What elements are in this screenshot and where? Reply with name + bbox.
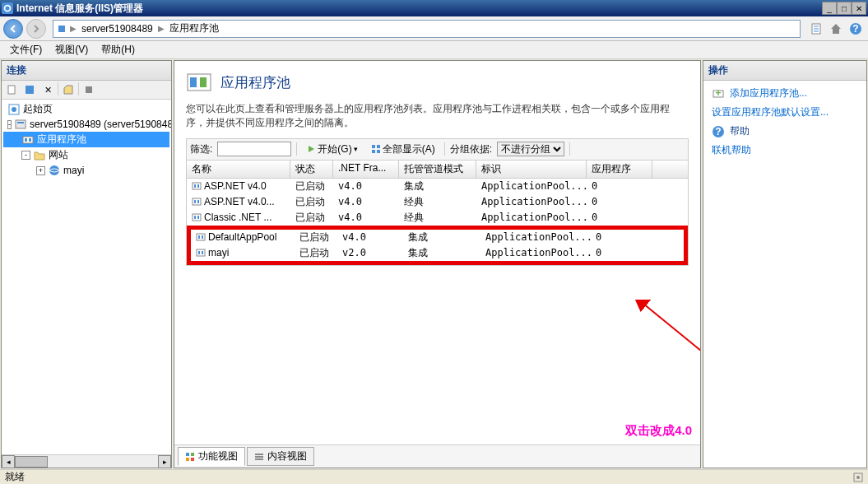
start-label: 开始(G) [318, 142, 351, 156]
cell-mode: 集成 [403, 245, 480, 261]
connections-tree[interactable]: 起始页 - server51908489 (server51908489) 应用… [2, 100, 171, 454]
cell-name: Classic .NET ... [204, 212, 272, 223]
cell-status: 已启动 [290, 210, 333, 226]
show-all-button[interactable]: 全部显示(A) [367, 141, 439, 158]
expander-plus-icon[interactable]: + [36, 166, 45, 175]
cell-app: 0 [587, 194, 652, 210]
table-row[interactable]: mayi已启动v2.0集成ApplicationPool...0 [191, 245, 684, 261]
svg-rect-9 [86, 86, 92, 93]
svg-rect-7 [8, 86, 15, 94]
help-icon: ? [849, 22, 862, 35]
cell-mode: 集成 [403, 230, 480, 245]
breadcrumb[interactable]: ▶ server51908489 ▶ 应用程序池 [53, 20, 801, 38]
connections-pane: 连接 ✕ 起始页 - server51908489 (server5190848… [1, 60, 172, 468]
app-pools-grid: 名称 状态 .NET Fra... 托管管道模式 标识 应用程序 ASP.NET… [186, 161, 689, 266]
cell-net: v4.0 [333, 194, 399, 210]
annotation-text: 双击改成4.0 [625, 423, 692, 439]
tree-up-button[interactable] [60, 82, 77, 97]
tree-save-button[interactable] [21, 82, 38, 97]
tree-stop-button[interactable] [81, 82, 97, 97]
action-set-defaults[interactable]: 设置应用程序池默认设置... [705, 103, 865, 122]
tree-site-mayi[interactable]: + mayi [3, 163, 169, 178]
crumb-server[interactable]: server51908489 [80, 23, 155, 35]
menu-file[interactable]: 文件(F) [3, 41, 49, 58]
nav-help-button[interactable]: ? [847, 20, 865, 38]
action-online-help[interactable]: 联机帮助 [705, 141, 865, 160]
col-mode[interactable]: 托管管道模式 [399, 161, 476, 178]
nav-back-button[interactable] [3, 19, 23, 39]
svg-rect-25 [193, 183, 201, 189]
col-status[interactable]: 状态 [290, 161, 333, 178]
pool-icon [192, 212, 202, 222]
table-row[interactable]: Classic .NET ...已启动v4.0经典ApplicationPool… [187, 210, 688, 226]
svg-rect-15 [25, 138, 27, 142]
cell-app: 0 [587, 210, 652, 226]
scroll-left-arrow[interactable]: ◂ [2, 455, 15, 468]
cell-net: v4.0 [333, 179, 399, 194]
tree-h-scrollbar[interactable]: ◂ ▸ [2, 454, 171, 468]
svg-rect-43 [186, 458, 189, 461]
svg-rect-37 [197, 249, 205, 256]
action-help-label: 帮助 [730, 124, 750, 138]
cell-id: ApplicationPool... [476, 194, 587, 210]
scroll-right-arrow[interactable]: ▸ [158, 455, 171, 468]
col-id[interactable]: 标识 [476, 161, 587, 178]
minimize-button[interactable]: _ [822, 2, 837, 15]
tab-content-view[interactable]: 内容视图 [247, 447, 314, 466]
svg-rect-38 [198, 251, 200, 254]
view-tabs: 功能视图 内容视图 [174, 444, 700, 468]
nav-forward-button[interactable] [26, 19, 46, 39]
svg-rect-47 [255, 458, 263, 460]
window-title: Internet 信息服务(IIS)管理器 [16, 2, 822, 16]
scroll-thumb[interactable] [15, 456, 48, 468]
pool-icon [196, 232, 206, 242]
pool-icon [196, 248, 206, 258]
close-button[interactable]: ✕ [852, 2, 866, 15]
filter-start-button[interactable]: 开始(G) ▾ [302, 141, 361, 158]
tree-start-label: 起始页 [23, 102, 53, 116]
svg-rect-29 [194, 200, 196, 203]
filter-input[interactable] [217, 142, 291, 156]
tree-app-pools-label: 应用程序池 [37, 133, 86, 147]
action-help[interactable]: ? 帮助 [705, 122, 865, 141]
group-by-select[interactable]: 不进行分组 [497, 142, 564, 156]
nav-icon-1[interactable] [807, 20, 825, 38]
tree-delete-button[interactable]: ✕ [39, 82, 56, 97]
table-row[interactable]: ASP.NET v4.0已启动v4.0集成ApplicationPool...0 [187, 179, 688, 194]
separator [569, 142, 570, 156]
crumb-app-pools[interactable]: 应用程序池 [168, 21, 220, 35]
svg-rect-31 [193, 214, 201, 221]
svg-rect-28 [193, 198, 201, 205]
cell-mode: 经典 [399, 194, 476, 210]
content-pane: 应用程序池 您可以在此页上查看和管理服务器上的应用程序池列表。应用程序池与工作进… [174, 60, 701, 468]
svg-rect-8 [26, 86, 34, 94]
table-row[interactable]: ASP.NET v4.0...已启动v4.0经典ApplicationPool.… [187, 194, 688, 210]
nav-icon-2[interactable] [827, 20, 845, 38]
menu-view[interactable]: 视图(V) [49, 41, 95, 58]
tree-app-pools[interactable]: 应用程序池 [3, 132, 169, 147]
menu-help[interactable]: 帮助(H) [95, 41, 142, 58]
show-all-icon [371, 144, 381, 154]
svg-rect-26 [194, 184, 196, 188]
expander-minus-icon[interactable]: - [7, 120, 12, 129]
cell-name: mayi [208, 247, 229, 258]
tree-start-page[interactable]: 起始页 [3, 101, 169, 117]
filter-toolbar: 筛选: 开始(G) ▾ 全部显示(A) 分组依据: 不进行分组 [186, 138, 689, 161]
start-page-icon [7, 103, 21, 116]
col-app[interactable]: 应用程序 [587, 161, 652, 178]
title-bar: Internet 信息服务(IIS)管理器 _ □ ✕ [0, 0, 868, 16]
action-online-label: 联机帮助 [712, 143, 751, 157]
save-icon [25, 85, 35, 95]
col-name[interactable]: 名称 [187, 161, 290, 178]
tree-server[interactable]: - server51908489 (server51908489) [3, 117, 169, 132]
tree-sites[interactable]: - 网站 [3, 147, 169, 163]
app-pools-icon [21, 133, 35, 147]
action-add-label: 添加应用程序池... [730, 86, 807, 100]
expander-minus-icon[interactable]: - [21, 151, 30, 160]
maximize-button[interactable]: □ [837, 2, 852, 15]
tab-features-view[interactable]: 功能视图 [178, 447, 245, 466]
col-net[interactable]: .NET Fra... [333, 161, 399, 178]
action-add-pool[interactable]: + 添加应用程序池... [705, 84, 865, 103]
table-row[interactable]: DefaultAppPool已启动v4.0集成ApplicationPool..… [191, 230, 684, 245]
tree-connect-button[interactable] [3, 82, 20, 97]
